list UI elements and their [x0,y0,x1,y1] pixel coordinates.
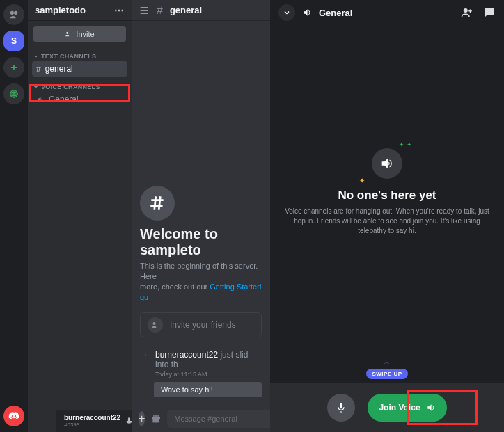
text-category-label: TEXT CHANNELS [41,53,96,60]
svg-point-3 [66,32,68,34]
swipe-up-badge[interactable]: SWIPE UP [366,369,407,379]
empty-desc: Voice channels are for hanging out. When… [280,207,494,236]
welcome-sub-a: This is the beginning of this server. He… [140,262,258,280]
svg-point-8 [154,415,156,417]
voice-empty-state: ✦ ✦ ✦ No one's here yet Voice channels a… [270,25,504,358]
text-category[interactable]: TEXT CHANNELS [28,47,132,61]
desktop-app: S sampletodo ⋯ Invite TEXT CHANNELS # ge… [0,0,270,432]
sys-timestamp: Today at 11:15 AM [155,371,262,378]
welcome-sub-b: more, check out our [140,282,210,291]
svg-point-10 [464,8,468,13]
svg-rect-7 [156,417,157,422]
mic-icon [336,402,347,413]
welcome-title: Welcome to sampleto [140,226,262,258]
chevron-down-icon [33,85,38,90]
sparkle-icon: ✦ [359,177,365,184]
server-header[interactable]: sampletodo ⋯ [28,0,132,21]
voice-category-label: VOICE CHANNELS [41,83,100,90]
guild-rail: S [0,0,28,432]
hamburger-icon[interactable] [139,5,150,16]
channel-name: general [170,5,202,15]
text-channel-label: general [45,64,73,74]
mobile-voice-view: General ✦ ✦ ✦ No one's here yet Voice ch… [270,0,504,432]
swipe-chevron-icon: ︿ [384,358,390,366]
voice-channel-label: General [49,95,79,104]
voice-footer: Join Voice [270,383,504,432]
server-letter: S [11,36,17,46]
invite-friends-row[interactable]: Invite your friends [140,312,262,337]
chevron-down-icon [33,54,38,59]
voice-title: General [319,8,352,18]
voice-category[interactable]: VOICE CHANNELS [28,78,132,92]
welcome-hash-icon [140,186,175,221]
chat-main: # general Welcome to sampleto This is th… [132,0,270,432]
empty-title: No one's here yet [338,189,436,202]
server-name: sampletodo [35,5,86,15]
speaker-icon [36,95,45,104]
sys-user[interactable]: burneraccount22 [155,350,218,360]
svg-point-9 [157,415,159,417]
welcome-subtitle: This is the beginning of this server. He… [140,261,262,303]
invite-button[interactable]: Invite [33,26,126,42]
gift-icon[interactable] [150,413,162,424]
join-arrow-icon: → [140,350,148,378]
discover-icon[interactable] [3,83,24,104]
text-channel-general[interactable]: # general [32,61,127,77]
speaker-icon [302,8,312,17]
sparkle-icon: ✦ ✦ [399,141,412,148]
channel-sidebar: sampletodo ⋯ Invite TEXT CHANNELS # gene… [28,0,132,432]
add-people-icon[interactable] [461,6,473,19]
chat-body: Welcome to sampleto This is the beginnin… [132,21,270,406]
user-info[interactable]: burneraccount22 #0399 [64,415,120,428]
join-voice-label: Join Voice [379,403,420,413]
speaker-circle-icon [372,148,402,179]
discord-logo-icon[interactable] [3,406,24,426]
dm-home-icon[interactable] [3,4,24,25]
collapse-chevron-icon[interactable] [278,4,295,21]
speaker-graphic: ✦ ✦ ✦ [372,148,402,179]
channel-header: # general [132,0,270,21]
wave-label: Wave to say hi! [161,385,213,394]
system-join-message: → burneraccount22 just slid into th Toda… [140,350,262,378]
invite-icon [65,31,72,38]
mic-button[interactable] [327,394,355,422]
speaker-icon [426,403,436,413]
wave-button[interactable]: Wave to say hi! [154,382,262,397]
message-input[interactable] [167,410,270,428]
voice-header: General [270,0,504,25]
active-server-icon[interactable]: S [3,31,24,51]
join-voice-button[interactable]: Join Voice [368,394,446,422]
hash-icon: # [157,4,163,17]
chat-icon[interactable] [483,6,496,19]
message-composer: + [132,406,270,432]
user-name: burneraccount22 [64,415,120,422]
svg-point-0 [10,11,14,15]
invite-friends-label: Invite your friends [170,320,236,330]
invite-label: Invite [76,30,94,38]
svg-point-1 [14,11,17,15]
user-tag: #0399 [64,422,120,428]
svg-point-4 [153,322,156,325]
add-server-icon[interactable] [3,57,24,78]
server-menu-icon[interactable]: ⋯ [114,5,125,16]
hash-icon: # [36,64,41,74]
add-attachment-icon[interactable]: + [139,411,145,426]
voice-channel-general[interactable]: General [32,92,127,107]
invite-friends-icon [148,317,163,333]
